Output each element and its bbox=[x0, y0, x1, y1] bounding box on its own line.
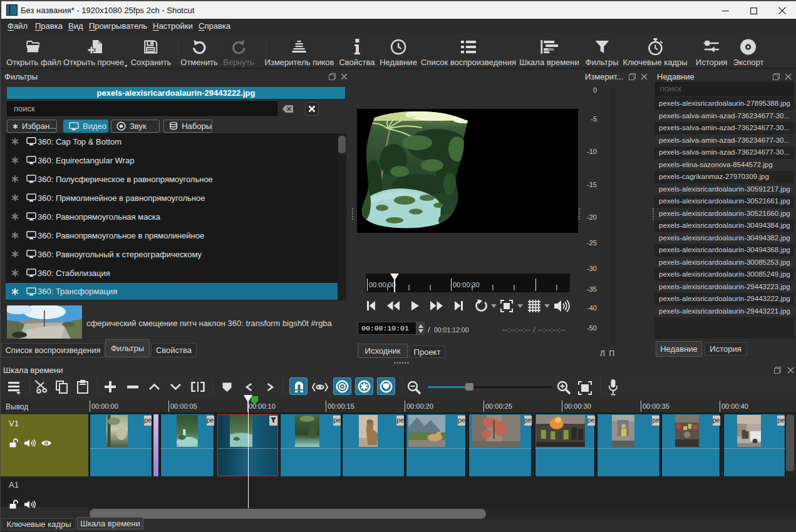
svg-text:00:00:00: 00:00:00 bbox=[369, 281, 396, 289]
svg-text:00:00:30: 00:00:30 bbox=[453, 281, 480, 289]
